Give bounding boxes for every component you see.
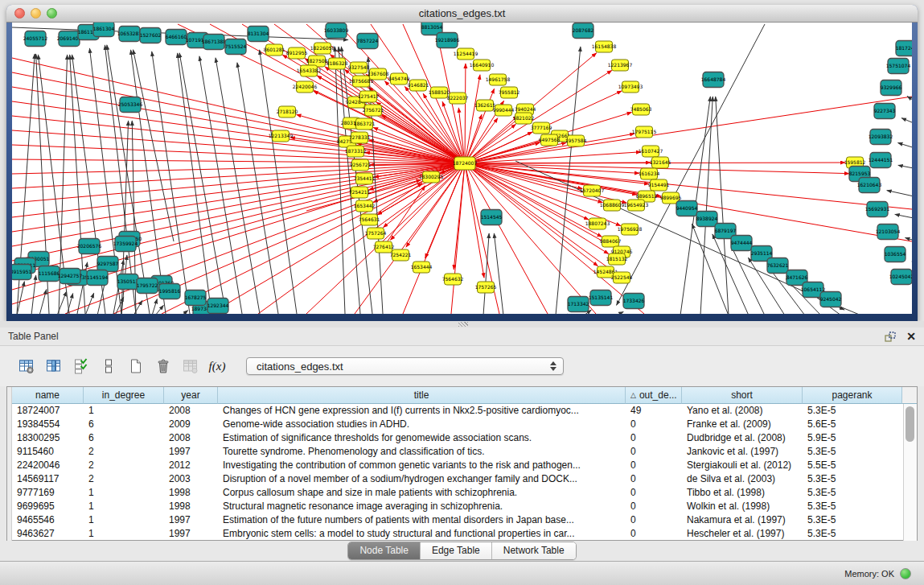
graph-node-label: 7485063 [630, 106, 652, 112]
tab-node-table[interactable]: Node Table [348, 542, 420, 559]
table-cell: 9777169 [12, 486, 84, 500]
delete-table-icon[interactable] [151, 356, 174, 377]
table-cell: Investigating the contribution of common… [218, 459, 626, 472]
table-cell: 1 [84, 486, 164, 500]
node-table: namein_degreeyeartitle△out_de...shortpag… [6, 386, 918, 541]
table-row[interactable]: 969969511998Structural magnetic resonanc… [12, 500, 903, 513]
graph-node-label: 1616234 [639, 171, 660, 176]
graph-node-label: 5821022 [513, 115, 535, 121]
graph-node-label: 12213349 [269, 133, 294, 138]
table-cell: Estimation of significance thresholds fo… [218, 431, 626, 445]
table-cell: Stergiakouli et al. (2012) [682, 459, 803, 472]
graph-node-label: 20206576 [77, 243, 102, 249]
table-cell: 5.5E-5 [803, 459, 902, 472]
table-row[interactable]: 946362711997Embryonic stem cells: a mode… [12, 527, 903, 541]
graph-node-label: 9327548 [348, 64, 370, 70]
table-row[interactable]: 2242004622012Investigating the contribut… [12, 459, 903, 472]
graph-node-label: 8454749 [388, 76, 410, 81]
graph-node-label: 10973493 [618, 84, 643, 89]
float-window-icon[interactable] [885, 332, 897, 342]
graph-node-label: 1514545 [481, 214, 503, 220]
table-row[interactable]: 1872400712008Changes of HCN gene express… [12, 404, 903, 418]
table-cell: 0 [626, 431, 682, 445]
graph-node-label: 2718120 [277, 109, 298, 114]
table-cell: 0 [626, 527, 682, 541]
table-cell: 5.3E-5 [803, 445, 902, 459]
table-row[interactable]: 1938455462009Genome-wide association stu… [12, 418, 903, 431]
table-tabbar: Node TableEdge TableNetwork Table [0, 541, 924, 561]
table-cell: Yano et al. (2008) [682, 404, 803, 418]
table-row[interactable]: 911546021997Tourette syndrome. Phenomeno… [12, 445, 903, 459]
table-cell: de Silva et al. (2003) [682, 472, 803, 486]
column-header-name[interactable]: name [12, 387, 84, 404]
graph-node-label: 9146821 [408, 82, 429, 88]
new-table-icon[interactable] [124, 356, 146, 377]
function-builder-icon[interactable]: f(x) [206, 356, 228, 377]
table-settings-icon[interactable] [14, 356, 37, 377]
column-header-title[interactable]: title [218, 387, 626, 404]
table-cell: 1998 [164, 500, 218, 513]
tab-edge-table[interactable]: Edge Table [420, 542, 491, 559]
scrollbar-thumb[interactable] [906, 406, 914, 442]
table-row[interactable]: 946554611997Estimation of the future num… [12, 513, 903, 527]
graph-node-label: 2367608 [368, 71, 389, 76]
graph-node-label: 19218986 [435, 37, 460, 43]
graph-node-label: 16154838 [592, 43, 617, 49]
graph-node-label: 8222037 [447, 95, 469, 101]
graph-node-label: 12103054 [876, 229, 901, 234]
graph-node-label: 7632621 [767, 262, 789, 268]
graph-node-label: 2935114 [751, 250, 773, 256]
graph-node-label: 1350513 [117, 278, 139, 284]
graph-node-label: 9245042 [820, 296, 842, 302]
table-cell: 9463627 [12, 527, 84, 541]
dropdown-stepper-icon [550, 361, 556, 371]
table-cell: 1997 [164, 445, 218, 459]
vertical-scrollbar[interactable] [903, 404, 917, 541]
graph-node-label: 14961758 [486, 76, 511, 82]
table-column-icon[interactable] [42, 356, 64, 377]
table-cell: 22420046 [12, 459, 84, 472]
column-header-in-degree[interactable]: in_degree [84, 387, 164, 404]
graph-node-label: 2087682 [573, 27, 594, 33]
graph-node-label: 18756685 [349, 78, 374, 84]
graph-node-label: 8131304 [248, 31, 269, 36]
table-cell: Estimation of the future numbers of pati… [218, 513, 626, 527]
network-view-canvas[interactable]: 1830029586012818912955182260581827508165… [12, 23, 912, 314]
graph-node-label: 7955812 [499, 89, 520, 95]
graph-node-label: 17359924 [113, 241, 138, 246]
graph-node-label: 1713342 [568, 301, 589, 307]
graph-node-label: 9329966 [881, 84, 902, 90]
graph-node-label: 18671388 [202, 39, 227, 44]
graph-node-label: 6466160 [166, 34, 187, 39]
table-selector-dropdown[interactable]: citations_edges.txt [246, 357, 564, 375]
table-cell: Hescheler et al. (1997) [682, 527, 803, 541]
tab-network-table[interactable]: Network Table [491, 542, 576, 559]
graph-node-label: 1827508 [306, 58, 328, 64]
table-cell: 5.6E-5 [803, 418, 902, 431]
table-cell: Disruption of a novel member of a sodium… [218, 472, 626, 486]
table-row[interactable]: 1456911722003Disruption of a novel membe… [12, 472, 903, 486]
divider-grip-handle[interactable] [458, 322, 468, 327]
column-visibility-icon[interactable] [69, 356, 92, 377]
graph-node-label: 12093832 [869, 134, 893, 139]
table-cell: 9465546 [12, 513, 84, 527]
graph-node-label: 11254419 [454, 51, 478, 56]
table-row[interactable]: 1830029562008Estimation of significance … [12, 431, 903, 445]
sort-ascending-icon: △ [630, 391, 636, 399]
graph-node-label: 10688609 [600, 202, 625, 208]
network-window-titlebar[interactable]: citations_edges.txt [6, 5, 918, 23]
graph-node-label: 9440954 [676, 205, 698, 211]
close-panel-icon[interactable]: ✕ [906, 330, 916, 343]
table-cell: 49 [626, 404, 682, 418]
column-header-pagerank[interactable]: pagerank [803, 387, 902, 404]
table-row[interactable]: 977716911998Corpus callosum shape and si… [12, 486, 903, 500]
screen: citations_edges.txt 18300295860128189129… [0, 0, 924, 585]
table-cell: 18300295 [12, 431, 84, 445]
column-header-out-de-[interactable]: △out_de... [626, 387, 682, 404]
column-header-year[interactable]: year [164, 387, 218, 404]
table-cell: 5.9E-5 [803, 431, 902, 445]
row-height-icon[interactable] [97, 356, 119, 377]
table-cell: 0 [626, 445, 682, 459]
column-header-short[interactable]: short [682, 387, 803, 404]
graph-node-label: 7276412 [373, 244, 395, 249]
